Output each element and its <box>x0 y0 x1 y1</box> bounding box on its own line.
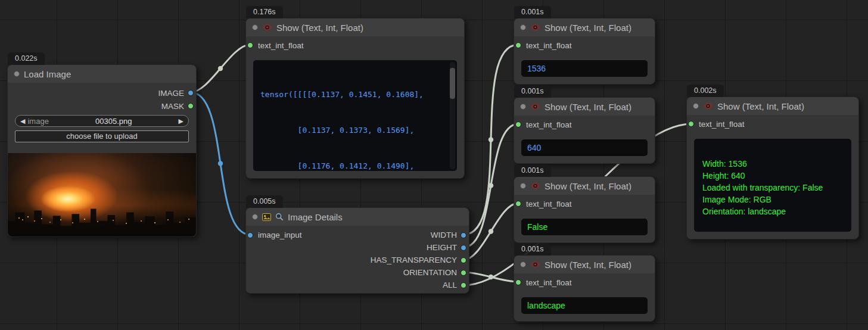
magnifier-icon <box>275 213 284 221</box>
eye-icon <box>703 102 713 110</box>
node-title: Load Image <box>24 69 71 79</box>
slot-label: text_int_float <box>526 120 572 129</box>
all-output-dot[interactable] <box>461 282 466 288</box>
execution-time-badge: 0.001s <box>514 164 551 177</box>
collapse-toggle[interactable] <box>520 183 526 189</box>
combo-prev-icon[interactable]: ◀ <box>20 115 25 127</box>
text-input-dot[interactable] <box>515 42 521 48</box>
text-input-dot[interactable] <box>515 122 521 127</box>
node-show-all[interactable]: 0.002s Show (Text, Int, Float) text_int_… <box>686 96 859 239</box>
node-show-transparency[interactable]: 0.001s Show (Text, Int, Float) text_int_… <box>514 176 655 243</box>
slot-label: text_int_float <box>526 278 572 287</box>
scrollbar-track[interactable] <box>450 62 455 169</box>
node-title: Show (Text, Int, Float) <box>545 260 631 270</box>
node-graph-canvas[interactable]: 0.022s Load Image IMAGE MASK ◀ image 003… <box>0 0 868 330</box>
node-header[interactable]: Show (Text, Int, Float) <box>687 97 858 115</box>
execution-time-badge: 0.001s <box>514 85 551 98</box>
text-input-dot[interactable] <box>688 121 694 127</box>
image-output-dot[interactable] <box>188 90 194 96</box>
collapse-toggle[interactable] <box>520 104 526 110</box>
collapse-toggle[interactable] <box>252 24 258 30</box>
show-text-area[interactable]: Width: 1536 Height: 640 Loaded with tran… <box>694 139 851 232</box>
link-midpoint-dot <box>218 66 223 71</box>
node-show-tensor[interactable]: 0.176s Show (Text, Int, Float) text_int_… <box>245 18 465 179</box>
link-midpoint-dot <box>489 183 493 188</box>
image-details-text: Width: 1536 Height: 640 Loaded with tran… <box>694 139 851 222</box>
show-text-area[interactable]: 1536 <box>521 60 648 77</box>
node-show-width[interactable]: 0.001s Show (Text, Int, Float) text_int_… <box>514 18 655 85</box>
eye-icon <box>530 24 540 31</box>
node-header[interactable]: Show (Text, Int, Float) <box>514 177 655 195</box>
input-slot-text-int-float: text_int_float <box>514 118 655 131</box>
output-slot-mask: MASK <box>8 99 196 113</box>
node-title: Show (Text, Int, Float) <box>545 181 631 191</box>
height-output-dot[interactable] <box>461 245 466 251</box>
text-input-dot[interactable] <box>515 279 521 285</box>
slot-label: ALL <box>443 281 457 289</box>
slot-label: WIDTH <box>431 231 457 239</box>
tensor-text: tensor([[[[0.1137, 0.1451, 0.1608], [0.1… <box>253 60 457 171</box>
node-image-details[interactable]: 0.005s Image Details image_input WIDTH H… <box>245 207 469 294</box>
show-text-area[interactable]: 640 <box>521 139 648 156</box>
eye-icon <box>530 182 540 189</box>
node-title: Show (Text, Int, Float) <box>717 101 804 111</box>
output-slot-width: WIDTH <box>246 229 469 241</box>
node-load-image[interactable]: 0.022s Load Image IMAGE MASK ◀ image 003… <box>7 64 197 237</box>
slot-label: MASK <box>161 102 184 111</box>
node-header[interactable]: Show (Text, Int, Float) <box>514 18 655 36</box>
text-input-dot[interactable] <box>247 42 253 48</box>
scrollbar-thumb[interactable] <box>450 68 455 99</box>
choose-file-button[interactable]: choose file to upload <box>15 130 189 142</box>
input-slot-text-int-float: text_int_float <box>514 276 655 289</box>
text-input-dot[interactable] <box>515 201 521 207</box>
slot-label: text_int_float <box>526 200 572 208</box>
input-slot-text-int-float: text_int_float <box>514 197 655 210</box>
width-output-dot[interactable] <box>461 232 466 238</box>
eye-icon <box>530 261 540 268</box>
orientation-output-dot[interactable] <box>461 270 466 276</box>
node-header[interactable]: Show (Text, Int, Float) <box>246 18 464 36</box>
input-slot-text-int-float: text_int_float <box>687 117 858 130</box>
node-title: Image Details <box>288 212 343 222</box>
output-slot-image: IMAGE <box>8 86 196 99</box>
combo-label: image <box>27 117 48 126</box>
slot-label: HAS_TRANSPARENCY <box>371 256 457 264</box>
execution-time-badge: 0.001s <box>514 243 551 256</box>
node-header[interactable]: Show (Text, Int, Float) <box>514 98 655 116</box>
output-slot-has-transparency: HAS_TRANSPARENCY <box>246 254 469 266</box>
collapse-toggle[interactable] <box>693 103 699 109</box>
show-text-area[interactable]: False <box>521 219 648 235</box>
collapse-toggle[interactable] <box>14 71 20 77</box>
combo-next-icon[interactable]: ▶ <box>179 115 183 127</box>
execution-time-badge: 0.002s <box>687 85 724 97</box>
execution-time-badge: 0.001s <box>514 6 551 18</box>
slot-label: ORIENTATION <box>403 268 457 277</box>
combo-value[interactable]: 00305.png <box>51 117 176 126</box>
node-title: Show (Text, Int, Float) <box>545 23 631 33</box>
image-file-combo[interactable]: ◀ image 00305.png ▶ <box>15 115 189 127</box>
node-header[interactable]: Load Image <box>8 65 196 83</box>
execution-time-badge: 0.176s <box>246 6 283 18</box>
input-slot-text-int-float: text_int_float <box>246 39 464 52</box>
show-text-area[interactable]: landscape <box>521 297 648 314</box>
node-show-height[interactable]: 0.001s Show (Text, Int, Float) text_int_… <box>514 97 655 164</box>
show-text-area[interactable]: tensor([[[[0.1137, 0.1451, 0.1608], [0.1… <box>253 60 457 171</box>
image-preview <box>8 153 196 236</box>
collapse-toggle[interactable] <box>252 214 258 220</box>
node-header[interactable]: Image Details <box>246 208 469 226</box>
eye-icon <box>530 103 540 110</box>
slot-label: IMAGE <box>158 89 184 98</box>
link-midpoint-dot <box>489 137 493 142</box>
eye-icon <box>262 24 272 31</box>
collapse-toggle[interactable] <box>520 24 526 30</box>
has-transparency-output-dot[interactable] <box>461 257 466 263</box>
slot-label: text_int_float <box>258 41 304 50</box>
execution-time-badge: 0.022s <box>8 52 45 65</box>
slot-label: text_int_float <box>526 41 572 50</box>
execution-time-badge: 0.005s <box>246 195 283 208</box>
node-show-orientation[interactable]: 0.001s Show (Text, Int, Float) text_int_… <box>514 255 655 322</box>
slot-label: HEIGHT <box>427 243 457 252</box>
collapse-toggle[interactable] <box>520 261 526 267</box>
mask-output-dot[interactable] <box>188 103 194 109</box>
node-header[interactable]: Show (Text, Int, Float) <box>514 256 655 273</box>
